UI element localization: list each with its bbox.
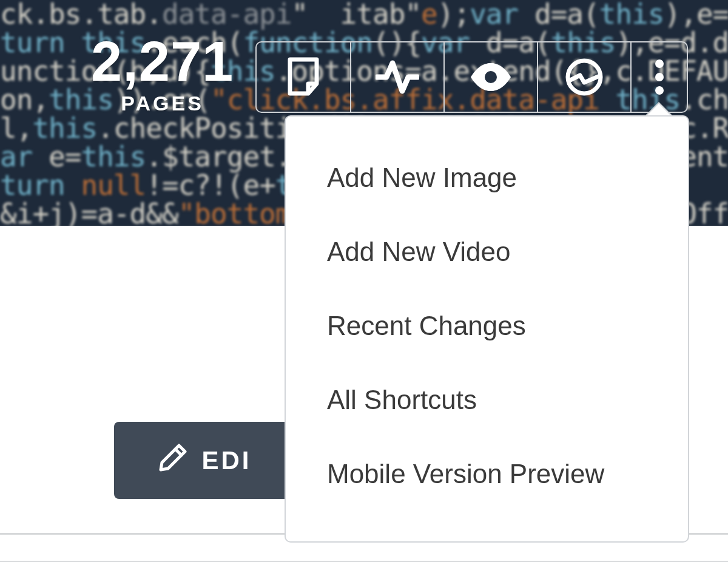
activity-button[interactable]: [350, 42, 443, 112]
menu-all-shortcuts[interactable]: All Shortcuts: [286, 363, 688, 437]
more-dots-icon: [654, 58, 665, 96]
more-actions-dropdown: Add New Image Add New Video Recent Chang…: [285, 115, 689, 543]
menu-add-new-video[interactable]: Add New Video: [286, 215, 688, 289]
svg-point-7: [655, 59, 664, 68]
menu-add-new-image[interactable]: Add New Image: [286, 141, 688, 215]
pencil-icon: [157, 442, 189, 479]
more-actions-button[interactable]: [630, 42, 687, 112]
globe-button[interactable]: [537, 42, 630, 112]
watch-button[interactable]: [443, 42, 537, 112]
svg-line-10: [175, 449, 181, 455]
edit-button[interactable]: EDIT: [114, 422, 293, 499]
globe-icon: [565, 58, 603, 96]
edit-button-label: EDIT: [202, 446, 251, 475]
svg-point-5: [485, 71, 497, 83]
page-count-value: 2,271: [91, 33, 234, 89]
page-counter: 2,271 PAGES: [91, 33, 234, 115]
eye-icon: [470, 63, 512, 91]
svg-point-9: [655, 86, 664, 95]
new-page-button[interactable]: [257, 42, 350, 112]
activity-icon: [376, 59, 419, 95]
new-page-icon: [286, 57, 320, 97]
menu-mobile-preview[interactable]: Mobile Version Preview: [286, 437, 688, 511]
action-toolbar: [255, 41, 688, 113]
svg-point-8: [655, 73, 664, 81]
menu-recent-changes[interactable]: Recent Changes: [286, 289, 688, 363]
pages-label: PAGES: [91, 92, 234, 115]
